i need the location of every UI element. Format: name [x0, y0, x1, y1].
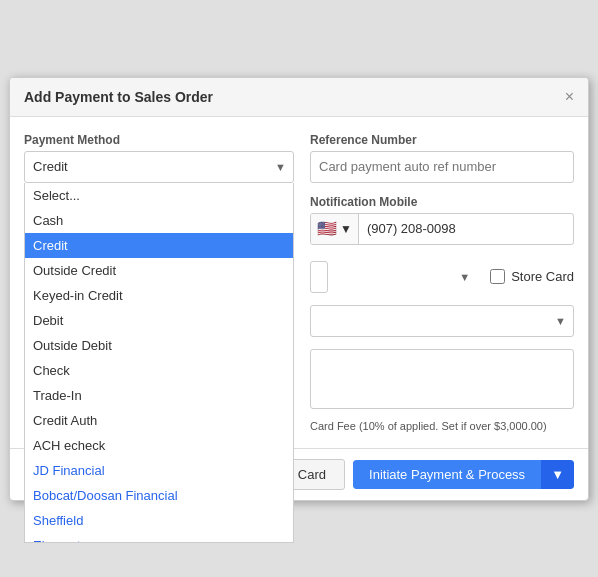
- dropdown-item[interactable]: Trade-In: [25, 383, 293, 408]
- dropdown-item[interactable]: Debit: [25, 308, 293, 333]
- modal-header: Add Payment to Sales Order ×: [10, 78, 588, 117]
- initiate-payment-dropdown-button[interactable]: ▼: [541, 460, 574, 489]
- dropdown-item[interactable]: ACH echeck: [25, 433, 293, 458]
- right-select2-wrapper: ▼: [310, 305, 574, 337]
- notification-mobile-label: Notification Mobile: [310, 195, 574, 209]
- dropdown-item[interactable]: JD Financial: [25, 458, 293, 483]
- payment-method-select-wrapper: Credit ▼ Select...CashCreditOutside Cred…: [24, 151, 294, 183]
- payment-method-dropdown[interactable]: Select...CashCreditOutside CreditKeyed-i…: [24, 183, 294, 543]
- dropdown-item[interactable]: Credit: [25, 233, 293, 258]
- dropdown-item[interactable]: Outside Debit: [25, 333, 293, 358]
- notification-mobile-field: 🇺🇸 ▼: [310, 213, 574, 245]
- initiate-payment-button[interactable]: Initiate Payment & Process: [353, 460, 541, 489]
- right-select1[interactable]: [310, 261, 328, 293]
- modal-close-button[interactable]: ×: [565, 88, 574, 106]
- left-panel: Payment Method Credit ▼ Select...CashCre…: [24, 133, 294, 432]
- flag-chevron: ▼: [340, 222, 352, 236]
- dropdown-item[interactable]: Select...: [25, 183, 293, 208]
- dropdown-item[interactable]: Outside Credit: [25, 258, 293, 283]
- phone-input[interactable]: [359, 221, 573, 236]
- right-select1-arrow-icon: ▼: [459, 271, 470, 283]
- dropdown-item[interactable]: Credit Auth: [25, 408, 293, 433]
- right-row-store: ▼ Store Card: [310, 261, 574, 293]
- card-fee-text: Card Fee (10% of applied. Set if over $3…: [310, 420, 574, 432]
- reference-number-label: Reference Number: [310, 133, 574, 147]
- notes-textarea[interactable]: [310, 349, 574, 409]
- right-select2[interactable]: [310, 305, 574, 337]
- right-panel: Reference Number Notification Mobile 🇺🇸 …: [310, 133, 574, 432]
- right-select1-wrapper: ▼: [310, 261, 478, 293]
- add-payment-modal: Add Payment to Sales Order × Payment Met…: [9, 77, 589, 501]
- store-card-checkbox[interactable]: [490, 269, 505, 284]
- dropdown-item[interactable]: Element: [25, 533, 293, 543]
- payment-method-select[interactable]: Credit: [24, 151, 294, 183]
- flag-prefix[interactable]: 🇺🇸 ▼: [311, 214, 359, 244]
- initiate-payment-wrapper: Initiate Payment & Process ▼: [353, 460, 574, 489]
- reference-number-input[interactable]: [310, 151, 574, 183]
- modal-title: Add Payment to Sales Order: [24, 89, 213, 105]
- flag-icon: 🇺🇸: [317, 219, 337, 238]
- modal-body: Payment Method Credit ▼ Select...CashCre…: [10, 117, 588, 448]
- store-card-area: Store Card: [490, 269, 574, 284]
- dropdown-item[interactable]: Keyed-in Credit: [25, 283, 293, 308]
- store-card-label: Store Card: [511, 269, 574, 284]
- dropdown-item[interactable]: Bobcat/Doosan Financial: [25, 483, 293, 508]
- dropdown-item[interactable]: Check: [25, 358, 293, 383]
- payment-method-label: Payment Method: [24, 133, 294, 147]
- dropdown-item[interactable]: Cash: [25, 208, 293, 233]
- dropdown-item[interactable]: Sheffield: [25, 508, 293, 533]
